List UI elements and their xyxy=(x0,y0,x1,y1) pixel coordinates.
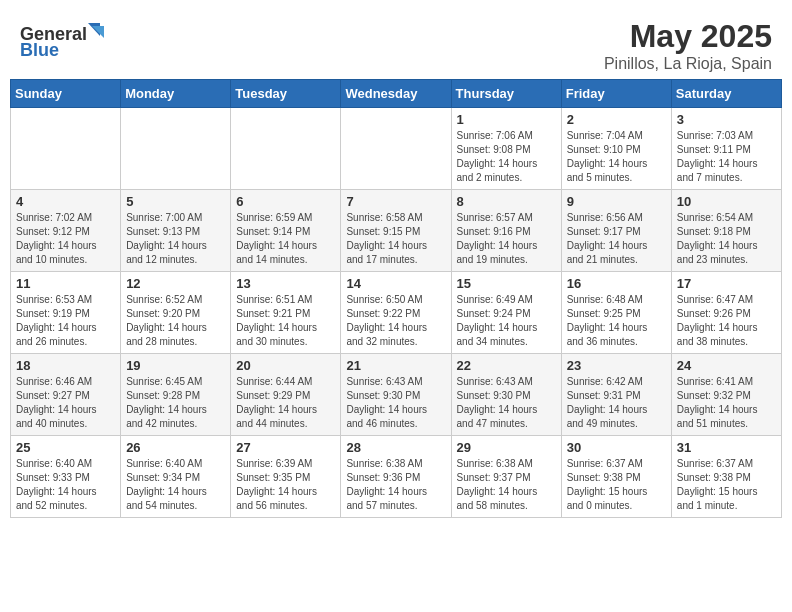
day-info: Sunrise: 7:04 AMSunset: 9:10 PMDaylight:… xyxy=(567,129,666,185)
day-info: Sunrise: 6:44 AMSunset: 9:29 PMDaylight:… xyxy=(236,375,335,431)
calendar-cell: 11Sunrise: 6:53 AMSunset: 9:19 PMDayligh… xyxy=(11,272,121,354)
day-info: Sunrise: 6:57 AMSunset: 9:16 PMDaylight:… xyxy=(457,211,556,267)
day-info: Sunrise: 6:37 AMSunset: 9:38 PMDaylight:… xyxy=(677,457,776,513)
calendar-cell: 7Sunrise: 6:58 AMSunset: 9:15 PMDaylight… xyxy=(341,190,451,272)
title-block: May 2025 Pinillos, La Rioja, Spain xyxy=(604,18,772,73)
calendar-week-1: 1Sunrise: 7:06 AMSunset: 9:08 PMDaylight… xyxy=(11,108,782,190)
day-number: 20 xyxy=(236,358,335,373)
page-header: General Blue May 2025 Pinillos, La Rioja… xyxy=(10,10,782,79)
day-info: Sunrise: 6:40 AMSunset: 9:34 PMDaylight:… xyxy=(126,457,225,513)
day-number: 13 xyxy=(236,276,335,291)
day-number: 6 xyxy=(236,194,335,209)
calendar-cell: 16Sunrise: 6:48 AMSunset: 9:25 PMDayligh… xyxy=(561,272,671,354)
day-info: Sunrise: 6:42 AMSunset: 9:31 PMDaylight:… xyxy=(567,375,666,431)
day-info: Sunrise: 6:39 AMSunset: 9:35 PMDaylight:… xyxy=(236,457,335,513)
calendar-cell: 6Sunrise: 6:59 AMSunset: 9:14 PMDaylight… xyxy=(231,190,341,272)
calendar-cell xyxy=(121,108,231,190)
day-info: Sunrise: 6:48 AMSunset: 9:25 PMDaylight:… xyxy=(567,293,666,349)
day-number: 9 xyxy=(567,194,666,209)
calendar-cell xyxy=(341,108,451,190)
calendar-cell: 12Sunrise: 6:52 AMSunset: 9:20 PMDayligh… xyxy=(121,272,231,354)
day-number: 29 xyxy=(457,440,556,455)
day-info: Sunrise: 6:59 AMSunset: 9:14 PMDaylight:… xyxy=(236,211,335,267)
calendar-cell: 10Sunrise: 6:54 AMSunset: 9:18 PMDayligh… xyxy=(671,190,781,272)
calendar-cell: 21Sunrise: 6:43 AMSunset: 9:30 PMDayligh… xyxy=(341,354,451,436)
day-number: 11 xyxy=(16,276,115,291)
day-number: 12 xyxy=(126,276,225,291)
calendar-cell: 24Sunrise: 6:41 AMSunset: 9:32 PMDayligh… xyxy=(671,354,781,436)
day-info: Sunrise: 7:02 AMSunset: 9:12 PMDaylight:… xyxy=(16,211,115,267)
day-number: 18 xyxy=(16,358,115,373)
day-info: Sunrise: 7:03 AMSunset: 9:11 PMDaylight:… xyxy=(677,129,776,185)
day-info: Sunrise: 6:56 AMSunset: 9:17 PMDaylight:… xyxy=(567,211,666,267)
day-number: 4 xyxy=(16,194,115,209)
day-number: 27 xyxy=(236,440,335,455)
calendar-cell: 22Sunrise: 6:43 AMSunset: 9:30 PMDayligh… xyxy=(451,354,561,436)
month-title: May 2025 xyxy=(604,18,772,55)
calendar-week-3: 11Sunrise: 6:53 AMSunset: 9:19 PMDayligh… xyxy=(11,272,782,354)
day-number: 1 xyxy=(457,112,556,127)
day-number: 28 xyxy=(346,440,445,455)
weekday-header-monday: Monday xyxy=(121,80,231,108)
day-info: Sunrise: 6:52 AMSunset: 9:20 PMDaylight:… xyxy=(126,293,225,349)
day-info: Sunrise: 6:38 AMSunset: 9:37 PMDaylight:… xyxy=(457,457,556,513)
calendar-cell: 3Sunrise: 7:03 AMSunset: 9:11 PMDaylight… xyxy=(671,108,781,190)
day-info: Sunrise: 6:58 AMSunset: 9:15 PMDaylight:… xyxy=(346,211,445,267)
logo-text: General Blue xyxy=(20,18,110,62)
day-number: 2 xyxy=(567,112,666,127)
calendar-cell: 31Sunrise: 6:37 AMSunset: 9:38 PMDayligh… xyxy=(671,436,781,518)
day-info: Sunrise: 6:43 AMSunset: 9:30 PMDaylight:… xyxy=(346,375,445,431)
calendar-table: SundayMondayTuesdayWednesdayThursdayFrid… xyxy=(10,79,782,518)
day-number: 25 xyxy=(16,440,115,455)
calendar-cell: 8Sunrise: 6:57 AMSunset: 9:16 PMDaylight… xyxy=(451,190,561,272)
calendar-week-4: 18Sunrise: 6:46 AMSunset: 9:27 PMDayligh… xyxy=(11,354,782,436)
calendar-cell: 30Sunrise: 6:37 AMSunset: 9:38 PMDayligh… xyxy=(561,436,671,518)
day-info: Sunrise: 7:06 AMSunset: 9:08 PMDaylight:… xyxy=(457,129,556,185)
day-number: 19 xyxy=(126,358,225,373)
calendar-cell: 25Sunrise: 6:40 AMSunset: 9:33 PMDayligh… xyxy=(11,436,121,518)
day-info: Sunrise: 6:46 AMSunset: 9:27 PMDaylight:… xyxy=(16,375,115,431)
weekday-header-friday: Friday xyxy=(561,80,671,108)
calendar-cell xyxy=(11,108,121,190)
calendar-week-5: 25Sunrise: 6:40 AMSunset: 9:33 PMDayligh… xyxy=(11,436,782,518)
weekday-header-thursday: Thursday xyxy=(451,80,561,108)
calendar-cell: 28Sunrise: 6:38 AMSunset: 9:36 PMDayligh… xyxy=(341,436,451,518)
day-number: 26 xyxy=(126,440,225,455)
svg-marker-3 xyxy=(92,26,104,38)
day-number: 16 xyxy=(567,276,666,291)
calendar-cell: 15Sunrise: 6:49 AMSunset: 9:24 PMDayligh… xyxy=(451,272,561,354)
day-number: 5 xyxy=(126,194,225,209)
logo: General Blue xyxy=(20,18,110,62)
calendar-cell: 17Sunrise: 6:47 AMSunset: 9:26 PMDayligh… xyxy=(671,272,781,354)
day-number: 17 xyxy=(677,276,776,291)
calendar-cell: 23Sunrise: 6:42 AMSunset: 9:31 PMDayligh… xyxy=(561,354,671,436)
calendar-cell: 5Sunrise: 7:00 AMSunset: 9:13 PMDaylight… xyxy=(121,190,231,272)
calendar-cell: 26Sunrise: 6:40 AMSunset: 9:34 PMDayligh… xyxy=(121,436,231,518)
day-number: 7 xyxy=(346,194,445,209)
calendar-cell: 9Sunrise: 6:56 AMSunset: 9:17 PMDaylight… xyxy=(561,190,671,272)
day-number: 15 xyxy=(457,276,556,291)
day-info: Sunrise: 6:51 AMSunset: 9:21 PMDaylight:… xyxy=(236,293,335,349)
calendar-cell: 1Sunrise: 7:06 AMSunset: 9:08 PMDaylight… xyxy=(451,108,561,190)
weekday-header-tuesday: Tuesday xyxy=(231,80,341,108)
calendar-cell: 29Sunrise: 6:38 AMSunset: 9:37 PMDayligh… xyxy=(451,436,561,518)
day-number: 14 xyxy=(346,276,445,291)
day-info: Sunrise: 6:43 AMSunset: 9:30 PMDaylight:… xyxy=(457,375,556,431)
calendar-cell: 20Sunrise: 6:44 AMSunset: 9:29 PMDayligh… xyxy=(231,354,341,436)
day-info: Sunrise: 6:49 AMSunset: 9:24 PMDaylight:… xyxy=(457,293,556,349)
weekday-header-row: SundayMondayTuesdayWednesdayThursdayFrid… xyxy=(11,80,782,108)
calendar-cell: 14Sunrise: 6:50 AMSunset: 9:22 PMDayligh… xyxy=(341,272,451,354)
weekday-header-wednesday: Wednesday xyxy=(341,80,451,108)
day-number: 22 xyxy=(457,358,556,373)
day-info: Sunrise: 6:40 AMSunset: 9:33 PMDaylight:… xyxy=(16,457,115,513)
calendar-cell: 18Sunrise: 6:46 AMSunset: 9:27 PMDayligh… xyxy=(11,354,121,436)
calendar-cell xyxy=(231,108,341,190)
day-number: 10 xyxy=(677,194,776,209)
location-title: Pinillos, La Rioja, Spain xyxy=(604,55,772,73)
calendar-cell: 2Sunrise: 7:04 AMSunset: 9:10 PMDaylight… xyxy=(561,108,671,190)
svg-text:Blue: Blue xyxy=(20,40,59,58)
weekday-header-saturday: Saturday xyxy=(671,80,781,108)
calendar-cell: 19Sunrise: 6:45 AMSunset: 9:28 PMDayligh… xyxy=(121,354,231,436)
day-info: Sunrise: 7:00 AMSunset: 9:13 PMDaylight:… xyxy=(126,211,225,267)
day-info: Sunrise: 6:47 AMSunset: 9:26 PMDaylight:… xyxy=(677,293,776,349)
